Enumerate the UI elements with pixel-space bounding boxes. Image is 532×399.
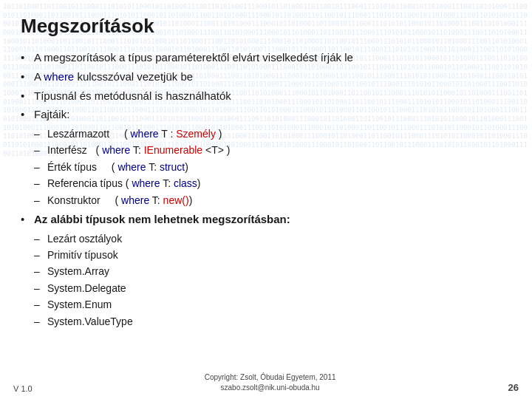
type-szemely: Személy bbox=[176, 128, 216, 140]
bullet-item-4: Fajtáik: Leszármazott ( where T : Személ… bbox=[21, 106, 511, 208]
not-allowed-lezart: Lezárt osztályok bbox=[34, 231, 511, 247]
subtypes-list: Leszármazott ( where T : Személy ) Inter… bbox=[34, 126, 511, 208]
subtype-leszarmazott: Leszármazott ( where T : Személy ) bbox=[34, 126, 511, 142]
not-allowed-primitiv: Primitív típusok bbox=[34, 247, 511, 263]
not-allowed-enum: System.Enum bbox=[34, 296, 511, 313]
kw-where-int: where bbox=[102, 144, 130, 156]
main-bullet-list: A megszorítások a típus paraméterektől e… bbox=[21, 50, 511, 330]
subtype-referencia: Referencia típus ( where T: class) bbox=[34, 175, 511, 191]
footer-page: 26 bbox=[508, 382, 519, 393]
page-title: Megszorítások bbox=[21, 15, 511, 38]
kw-where-kon: where bbox=[121, 194, 149, 206]
footer: V 1.0 Copyright: Zsolt, Óbudai Egyetem, … bbox=[0, 372, 532, 393]
main-content: Megszorítások A megszorítások a típus pa… bbox=[0, 0, 532, 352]
keyword-where-1: where bbox=[44, 70, 74, 83]
not-allowed-valuetype: System.ValueType bbox=[34, 313, 511, 330]
subtype-konstruktor: Konstruktor ( where T: new()) bbox=[34, 192, 511, 208]
kw-where-lesz: where bbox=[131, 128, 159, 140]
type-struct: struct bbox=[160, 161, 185, 173]
type-ienumerable: IEnumerable bbox=[144, 144, 202, 156]
not-allowed-list: Lezárt osztályok Primitív típusok System… bbox=[34, 231, 511, 330]
kw-where-ert: where bbox=[117, 161, 146, 173]
subtype-interfesz: Interfész ( where T: IEnumerable <T> ) bbox=[34, 142, 511, 158]
type-class: class bbox=[174, 177, 197, 189]
bullet-item-1: A megszorítások a típus paraméterektől e… bbox=[21, 50, 511, 66]
not-allowed-delegate: System.Delegate bbox=[34, 280, 511, 296]
type-new: new() bbox=[163, 194, 189, 206]
bullet-item-2: A where kulcsszóval vezetjük be bbox=[21, 69, 511, 85]
bullet-not-allowed: Az alábbi típusok nem lehetnek megszorít… bbox=[21, 211, 511, 330]
bullet-item-3: Típusnál és metódusnál is használhatók bbox=[21, 88, 511, 104]
subtype-ertek: Érték típus ( where T: struct) bbox=[34, 159, 511, 175]
footer-author: Copyright: Zsolt, Óbudai Egyetem, 2011sz… bbox=[205, 372, 336, 393]
footer-version: V 1.0 bbox=[13, 384, 33, 393]
not-allowed-array: System.Array bbox=[34, 263, 511, 279]
kw-where-ref: where bbox=[132, 177, 160, 189]
